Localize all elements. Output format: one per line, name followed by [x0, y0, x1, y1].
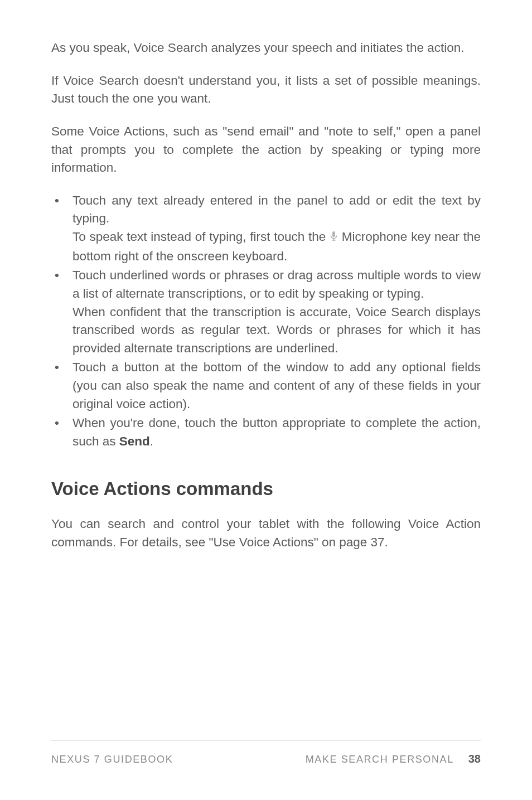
paragraph-3: Some Voice Actions, such as "send email"…: [51, 123, 481, 177]
microphone-icon: [330, 229, 338, 248]
paragraph-2: If Voice Search doesn't understand you, …: [51, 72, 481, 108]
bullet-text: Touch underlined words or phrases or dra…: [72, 266, 481, 303]
list-item: Touch underlined words or phrases or dra…: [51, 266, 481, 357]
bold-text: Send: [119, 434, 150, 448]
footer-book-title: NEXUS 7 GUIDEBOOK: [51, 754, 173, 765]
section-paragraph: You can search and control your tablet w…: [51, 515, 481, 551]
footer-divider: [51, 740, 481, 740]
list-item: When you're done, touch the button appro…: [51, 414, 481, 450]
bullet-text: To speak text instead of typing, first t…: [72, 228, 481, 265]
bullet-text: Touch a button at the bottom of the wind…: [72, 360, 481, 410]
paragraph-1: As you speak, Voice Search analyzes your…: [51, 39, 481, 57]
footer-row: NEXUS 7 GUIDEBOOK MAKE SEARCH PERSONAL 3…: [51, 753, 481, 765]
page-content: As you speak, Voice Search analyzes your…: [51, 39, 481, 552]
text-fragment: .: [150, 434, 153, 448]
bullet-text: Touch any text already entered in the pa…: [72, 192, 481, 228]
bullet-list: Touch any text already entered in the pa…: [51, 192, 481, 451]
footer-right-group: MAKE SEARCH PERSONAL 38: [306, 753, 481, 765]
list-item: Touch a button at the bottom of the wind…: [51, 358, 481, 413]
section-heading: Voice Actions commands: [51, 476, 481, 502]
list-item: Touch any text already entered in the pa…: [51, 192, 481, 266]
bullet-text: When confident that the transcription is…: [72, 303, 481, 358]
page-number: 38: [468, 753, 481, 765]
svg-rect-0: [332, 231, 335, 237]
text-fragment: To speak text instead of typing, first t…: [72, 230, 330, 244]
page-footer: NEXUS 7 GUIDEBOOK MAKE SEARCH PERSONAL 3…: [51, 740, 481, 765]
footer-chapter-title: MAKE SEARCH PERSONAL: [306, 754, 454, 765]
